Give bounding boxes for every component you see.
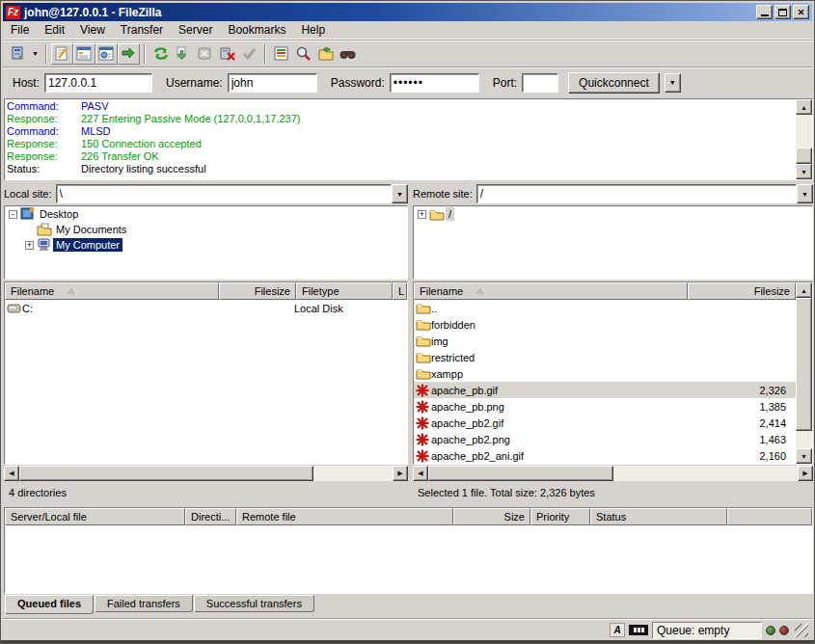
minimize-button[interactable]: [756, 5, 773, 19]
tree-item[interactable]: -Desktop: [5, 206, 407, 222]
scroll-down-icon[interactable]: ▼: [796, 448, 812, 464]
menu-bookmarks[interactable]: Bookmarks: [220, 21, 293, 39]
column-header-filename[interactable]: Filename: [5, 282, 219, 300]
local-site-dropdown-button[interactable]: ▼: [392, 184, 408, 203]
column-header-filesize[interactable]: Filesize: [688, 282, 796, 300]
site-manager-dropdown-button[interactable]: ▼: [29, 43, 41, 65]
message-log-scrollbar[interactable]: ▲ ▼: [796, 99, 812, 179]
synchronized-browsing-button[interactable]: [337, 43, 359, 65]
disconnect-button[interactable]: [216, 43, 238, 65]
file-row[interactable]: apache_pb.png1,385: [414, 398, 796, 415]
file-row[interactable]: restricted: [414, 349, 796, 365]
local-site-input[interactable]: [56, 184, 392, 203]
tree-item[interactable]: +/: [414, 206, 812, 222]
desktop-icon: [20, 207, 37, 221]
file-name: restricted: [431, 352, 688, 363]
directory-comparison-button[interactable]: [314, 43, 337, 65]
queue-column-status[interactable]: Status: [590, 508, 727, 525]
process-queue-button[interactable]: [172, 43, 194, 65]
file-row[interactable]: C:Local Disk: [5, 300, 407, 316]
local-site-combo[interactable]: ▼: [56, 184, 408, 203]
toolbar: ▼: [3, 40, 812, 67]
scrollbar-thumb[interactable]: [428, 466, 613, 481]
reconnect-button[interactable]: [238, 43, 260, 65]
queue-column-size[interactable]: Size: [453, 508, 530, 525]
column-header-filetype[interactable]: Filetype: [296, 282, 393, 300]
scrollbar-thumb[interactable]: [19, 466, 313, 481]
tree-item[interactable]: My Documents: [5, 222, 407, 237]
password-input[interactable]: [390, 73, 479, 93]
expand-icon[interactable]: +: [25, 241, 34, 250]
menu-edit[interactable]: Edit: [37, 21, 72, 39]
queue-column-directi-[interactable]: Directi...: [185, 508, 236, 525]
file-row[interactable]: forbidden: [414, 316, 796, 333]
menu-transfer[interactable]: Transfer: [113, 21, 171, 39]
file-row[interactable]: ..: [414, 300, 796, 316]
site-manager-button[interactable]: [7, 43, 29, 65]
menu-file[interactable]: File: [3, 21, 37, 39]
column-header-lastmodified[interactable]: L: [393, 282, 407, 300]
expand-icon[interactable]: +: [418, 210, 426, 219]
queue-column-server-local-file[interactable]: Server/Local file: [5, 508, 185, 525]
folder-icon: [414, 367, 431, 380]
cancel-operation-button[interactable]: [194, 43, 216, 65]
message-log-lines: Command:PASVResponse:227 Entering Passiv…: [7, 100, 795, 178]
scrollbar-thumb[interactable]: [796, 148, 812, 164]
toggle-remote-tree-button[interactable]: [95, 43, 118, 65]
close-button[interactable]: ✕: [793, 5, 809, 19]
port-input[interactable]: [522, 73, 558, 93]
scroll-left-icon[interactable]: ◀: [413, 466, 428, 481]
toggle-local-tree-button[interactable]: [73, 43, 95, 65]
host-input[interactable]: [44, 73, 152, 93]
find-files-button[interactable]: [292, 43, 314, 65]
queue-column-remote-file[interactable]: Remote file: [236, 508, 453, 525]
remote-site-dropdown-button[interactable]: ▼: [797, 184, 813, 203]
tree-item[interactable]: +My Computer: [5, 237, 407, 253]
file-row[interactable]: img: [414, 333, 796, 349]
tab-successful-transfers[interactable]: Successful transfers: [194, 595, 314, 612]
message-log: Command:PASVResponse:227 Entering Passiv…: [4, 98, 813, 180]
file-row[interactable]: apache_pb.gif2,326: [414, 382, 796, 398]
maximize-button[interactable]: [774, 5, 791, 19]
log-line-text: 150 Connection accepted: [81, 138, 202, 150]
scroll-down-icon[interactable]: ▼: [796, 164, 812, 179]
refresh-button[interactable]: [149, 43, 172, 65]
file-row[interactable]: apache_pb2.gif2,414: [414, 415, 796, 431]
scroll-right-icon[interactable]: ▶: [393, 466, 408, 481]
column-header-filesize[interactable]: Filesize: [219, 282, 296, 300]
local-site-bar: Local site: ▼: [4, 183, 408, 204]
resize-grip[interactable]: [795, 624, 808, 637]
scroll-up-icon[interactable]: ▲: [796, 99, 812, 115]
scroll-up-icon[interactable]: ▲: [796, 282, 812, 298]
remote-site-combo[interactable]: ▼: [476, 184, 813, 203]
remote-list-hscrollbar[interactable]: ◀ ▶: [413, 466, 813, 481]
username-input[interactable]: [228, 73, 317, 93]
menu-server[interactable]: Server: [171, 21, 220, 39]
scrollbar-thumb[interactable]: [796, 298, 812, 431]
scroll-left-icon[interactable]: ◀: [4, 466, 19, 481]
binoculars-icon: [339, 46, 357, 61]
file-row[interactable]: apache_pb2_ani.gif2,160: [414, 447, 796, 464]
collapse-icon[interactable]: -: [9, 210, 17, 219]
title-bar[interactable]: Fz john@127.0.0.1 - FileZilla ✕: [3, 3, 812, 21]
quickconnect-dropdown-button[interactable]: ▼: [665, 73, 681, 93]
file-name: apache_pb.png: [431, 401, 688, 413]
tab-queued-files[interactable]: Queued files: [5, 595, 94, 614]
scroll-right-icon[interactable]: ▶: [798, 466, 813, 481]
sort-ascending-icon: [68, 288, 75, 294]
tab-failed-transfers[interactable]: Failed transfers: [95, 595, 193, 612]
file-size: 2,414: [688, 417, 796, 429]
toggle-transfer-queue-button[interactable]: [118, 43, 140, 65]
local-list-hscrollbar[interactable]: ◀ ▶: [4, 466, 408, 481]
column-header-filename[interactable]: Filename: [414, 282, 688, 300]
menu-view[interactable]: View: [72, 21, 113, 39]
queue-column-priority[interactable]: Priority: [530, 508, 590, 525]
file-row[interactable]: xampp: [414, 365, 796, 382]
quickconnect-button[interactable]: Quickconnect: [568, 72, 660, 94]
remote-site-input[interactable]: [476, 184, 797, 203]
file-row[interactable]: apache_pb2.png1,463: [414, 431, 796, 447]
remote-list-scrollbar[interactable]: ▲ ▼: [796, 282, 812, 464]
toggle-message-log-button[interactable]: [51, 43, 73, 65]
menu-help[interactable]: Help: [293, 21, 333, 39]
filter-button[interactable]: [270, 43, 292, 65]
